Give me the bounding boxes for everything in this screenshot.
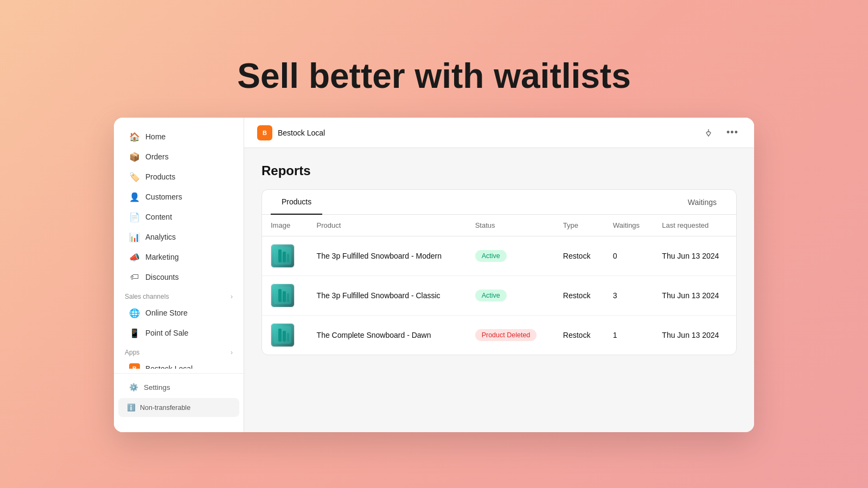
col-image: Image: [262, 215, 308, 236]
home-icon: 🏠: [129, 131, 140, 142]
product-image: [271, 284, 295, 307]
sidebar-item-content[interactable]: 📄 Content: [118, 207, 239, 227]
point-of-sale-icon: 📱: [129, 328, 140, 338]
discounts-icon: 🏷: [129, 272, 140, 282]
sidebar-nav: 🏠 Home 📦 Orders 🏷️ Products 👤 Customers …: [114, 126, 244, 369]
settings-icon: ⚙️: [129, 383, 138, 391]
more-icon: •••: [726, 127, 738, 138]
content-area: Reports Products Waitings Image: [244, 148, 754, 432]
sidebar-item-label: Analytics: [145, 233, 176, 241]
product-status-cell: Active: [467, 276, 554, 316]
svg-rect-11: [278, 329, 282, 342]
app-icon: B: [257, 125, 272, 140]
customers-icon: 👤: [129, 191, 140, 202]
product-name-cell: The 3p Fulfilled Snowboard - Modern: [308, 236, 467, 276]
non-transferable-label: Non-transferable: [140, 404, 190, 412]
product-waitings-cell: 0: [604, 236, 654, 276]
sidebar-item-point-of-sale[interactable]: 📱 Point of Sale: [118, 323, 239, 343]
sidebar-item-orders[interactable]: 📦 Orders: [118, 147, 239, 166]
marketing-icon: 📣: [129, 252, 140, 262]
col-type: Type: [554, 215, 604, 236]
sidebar-item-analytics[interactable]: 📊 Analytics: [118, 227, 239, 247]
waitings-label: Waitings: [677, 190, 727, 214]
more-button[interactable]: •••: [724, 124, 741, 142]
topbar-right: •••: [700, 124, 741, 142]
product-last-requested-cell: Thu Jun 13 2024: [653, 236, 736, 276]
status-badge: Product Deleted: [475, 329, 537, 341]
sidebar-item-online-store[interactable]: 🌐 Online Store: [118, 303, 239, 323]
apps-section: Apps ›: [114, 343, 244, 358]
product-waitings-cell: 3: [604, 276, 654, 316]
main-content: B Bestock Local ••• Reports: [244, 118, 754, 432]
status-badge: Active: [475, 250, 507, 262]
chevron-icon: ›: [231, 349, 233, 356]
table-row: The 3p Fulfilled Snowboard - ModernActiv…: [262, 236, 736, 276]
table-row: The 3p Fulfilled Snowboard - ClassicActi…: [262, 276, 736, 316]
sidebar-item-label: Customers: [145, 192, 182, 201]
sidebar-item-label: Bestock Local: [145, 364, 193, 369]
svg-rect-7: [278, 289, 282, 302]
shopify-frame: 🏠 Home 📦 Orders 🏷️ Products 👤 Customers …: [114, 118, 754, 432]
sidebar-item-label: Point of Sale: [145, 329, 188, 337]
sidebar-item-home[interactable]: 🏠 Home: [118, 127, 239, 146]
table-row: The Complete Snowboard - DawnProduct Del…: [262, 316, 736, 355]
product-status-cell: Active: [467, 236, 554, 276]
svg-rect-9: [287, 293, 289, 302]
product-image-cell: [262, 316, 308, 355]
product-type-cell: Restock: [554, 276, 604, 316]
svg-rect-4: [283, 252, 286, 262]
status-badge: Active: [475, 290, 507, 301]
product-last-requested-cell: Thu Jun 13 2024: [653, 276, 736, 316]
waitings-group: Waitings: [677, 190, 727, 214]
pin-button[interactable]: [700, 124, 717, 142]
info-icon: ℹ️: [127, 403, 136, 412]
analytics-icon: 📊: [129, 232, 140, 242]
svg-text:B: B: [263, 130, 267, 136]
col-status: Status: [467, 215, 554, 236]
settings-item[interactable]: ⚙️ Settings: [118, 378, 239, 396]
orders-icon: 📦: [129, 151, 140, 162]
sidebar-item-label: Online Store: [145, 309, 188, 317]
settings-label: Settings: [144, 383, 170, 391]
product-image: [271, 244, 295, 268]
online-store-icon: 🌐: [129, 307, 140, 318]
svg-rect-12: [283, 331, 286, 342]
products-icon: 🏷️: [129, 171, 140, 182]
sidebar-item-marketing[interactable]: 📣 Marketing: [118, 247, 239, 267]
product-image-cell: [262, 276, 308, 316]
col-product: Product: [308, 215, 467, 236]
product-type-cell: Restock: [554, 316, 604, 355]
content-icon: 📄: [129, 211, 140, 222]
page-wrapper: Sell better with waitlists 🏠 Home 📦 Orde…: [0, 0, 868, 488]
topbar: B Bestock Local •••: [244, 118, 754, 148]
sidebar-item-label: Home: [145, 132, 165, 141]
page-title: Reports: [261, 163, 737, 178]
sidebar-item-products[interactable]: 🏷️ Products: [118, 167, 239, 187]
tab-products[interactable]: Products: [271, 190, 322, 215]
sidebar: 🏠 Home 📦 Orders 🏷️ Products 👤 Customers …: [114, 118, 244, 432]
sidebar-item-label: Orders: [145, 152, 169, 161]
sidebar-item-label: Products: [145, 172, 175, 181]
bestock-local-icon: B: [129, 363, 140, 369]
sidebar-item-label: Content: [145, 213, 172, 221]
sales-channels-section: Sales channels ›: [114, 287, 244, 303]
sidebar-item-discounts[interactable]: 🏷 Discounts: [118, 267, 239, 287]
svg-rect-8: [283, 291, 286, 302]
hero-title: Sell better with waitlists: [237, 56, 631, 96]
col-waitings: Waitings: [604, 215, 654, 236]
svg-rect-5: [287, 254, 289, 262]
product-status-cell: Product Deleted: [467, 316, 554, 355]
topbar-left: B Bestock Local: [257, 125, 325, 140]
product-image: [271, 323, 295, 347]
non-transferable-badge: ℹ️ Non-transferable: [118, 398, 239, 417]
sidebar-item-bestock-local[interactable]: B Bestock Local: [118, 359, 239, 369]
product-waitings-cell: 1: [604, 316, 654, 355]
chevron-icon: ›: [231, 293, 233, 300]
app-name: Bestock Local: [278, 129, 325, 137]
sidebar-item-customers[interactable]: 👤 Customers: [118, 187, 239, 207]
product-image-cell: [262, 236, 308, 276]
svg-rect-3: [278, 249, 282, 262]
sidebar-item-label: Marketing: [145, 253, 178, 261]
reports-table: Image Product Status Type Waitings Last …: [262, 215, 736, 355]
table-tabs: Products Waitings: [262, 190, 736, 215]
